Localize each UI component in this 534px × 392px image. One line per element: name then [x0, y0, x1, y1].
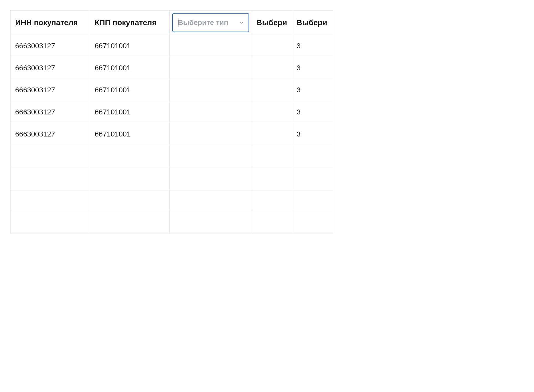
data-table: ИНН покупателя КПП покупателя Выберите т…	[10, 10, 333, 233]
header-select-type: Выберите тип ИНН покупател	[170, 11, 252, 35]
table-row: 6663003127 667101001 3	[11, 123, 333, 145]
cell-inn: 6663003127	[11, 123, 90, 145]
cell-col5: 3	[292, 35, 333, 57]
header-kpp[interactable]: КПП покупателя	[90, 11, 170, 35]
cell-col5: 3	[292, 101, 333, 123]
cell-kpp: 667101001	[90, 79, 170, 101]
chevron-down-icon	[239, 20, 244, 25]
cell-inn: 6663003127	[11, 35, 90, 57]
cell-col4	[252, 167, 292, 189]
cell-col3	[170, 167, 252, 189]
cell-inn	[11, 189, 90, 211]
cell-kpp: 667101001	[90, 101, 170, 123]
cell-col4	[252, 123, 292, 145]
cell-col3	[170, 211, 252, 233]
table-row	[11, 145, 333, 167]
cell-kpp: 667101001	[90, 35, 170, 57]
text-cursor	[178, 18, 178, 27]
cell-col3	[170, 79, 252, 101]
cell-col3	[170, 101, 252, 123]
header-inn[interactable]: ИНН покупателя	[11, 11, 90, 35]
header-col4[interactable]: Выбери	[252, 11, 292, 35]
cell-col3	[170, 35, 252, 57]
cell-col4	[252, 211, 292, 233]
column-type-select[interactable]: Выберите тип	[172, 13, 249, 32]
select-placeholder: Выберите тип	[178, 18, 237, 27]
cell-inn: 6663003127	[11, 57, 90, 79]
table-row: 6663003127 667101001 3	[11, 35, 333, 57]
cell-kpp: 667101001	[90, 123, 170, 145]
cell-inn	[11, 145, 90, 167]
cell-kpp: 667101001	[90, 57, 170, 79]
cell-col4	[252, 35, 292, 57]
cell-kpp	[90, 145, 170, 167]
cell-col4	[252, 145, 292, 167]
table-row	[11, 211, 333, 233]
cell-col5: 3	[292, 57, 333, 79]
table-row	[11, 189, 333, 211]
cell-inn	[11, 211, 90, 233]
cell-col3	[170, 57, 252, 79]
cell-kpp	[90, 211, 170, 233]
cell-col4	[252, 57, 292, 79]
table-row	[11, 167, 333, 189]
cell-kpp	[90, 189, 170, 211]
cell-col3	[170, 145, 252, 167]
cell-col3	[170, 189, 252, 211]
cell-inn: 6663003127	[11, 101, 90, 123]
cell-col5	[292, 167, 333, 189]
cell-col4	[252, 79, 292, 101]
cell-col3	[170, 123, 252, 145]
header-col5[interactable]: Выбери	[292, 11, 333, 35]
cell-kpp	[90, 167, 170, 189]
cell-inn: 6663003127	[11, 79, 90, 101]
cell-col5	[292, 189, 333, 211]
cell-col4	[252, 101, 292, 123]
cell-col5: 3	[292, 123, 333, 145]
table-row: 6663003127 667101001 3	[11, 79, 333, 101]
cell-col5: 3	[292, 79, 333, 101]
cell-col4	[252, 189, 292, 211]
cell-col5	[292, 145, 333, 167]
cell-col5	[292, 211, 333, 233]
table-row: 6663003127 667101001 3	[11, 101, 333, 123]
table-row: 6663003127 667101001 3	[11, 57, 333, 79]
cell-inn	[11, 167, 90, 189]
